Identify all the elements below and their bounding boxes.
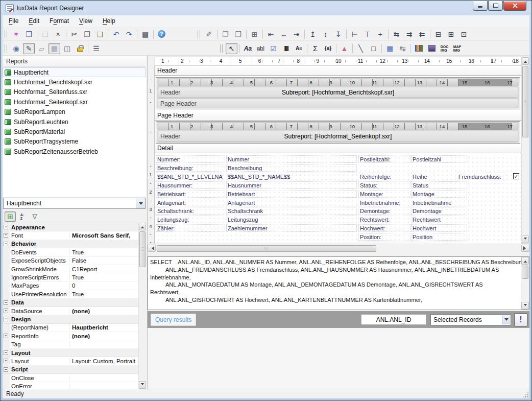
property-value[interactable]: Layout: Custom, Portrait bbox=[70, 358, 138, 364]
decrease-spacing-button[interactable]: ⇇ bbox=[416, 29, 428, 40]
space-evenly-button[interactable]: ⇆ bbox=[391, 29, 402, 40]
property-value[interactable]: 0 bbox=[70, 282, 138, 289]
property-row-useprinterresolution[interactable]: UsePrinterResolutionTrue bbox=[3, 290, 146, 298]
detail-field-label[interactable]: Fremdanschluss: bbox=[457, 173, 506, 180]
lock-controls-button[interactable] bbox=[74, 43, 86, 54]
scroll-up-button[interactable] bbox=[522, 57, 529, 65]
scrollbar-thumb[interactable] bbox=[139, 231, 146, 267]
show-grid-button[interactable]: ▦ bbox=[49, 43, 60, 54]
subreport-header-band[interactable]: Header Subreport: [Hochformat_Seitenkopf… bbox=[158, 131, 518, 141]
property-value[interactable]: False bbox=[70, 257, 138, 264]
menu-file[interactable]: File bbox=[4, 16, 23, 27]
subreport-tool-button[interactable]: ▦ bbox=[384, 43, 396, 54]
property-grid-scrollbar[interactable] bbox=[138, 223, 146, 389]
report-item-subreportmaterial[interactable]: SubReportMaterial bbox=[3, 127, 146, 136]
detail-field-value[interactable]: Demontage bbox=[411, 207, 467, 215]
design-mode-button[interactable]: ✎ bbox=[23, 43, 35, 54]
align-right-button[interactable]: ⇥ bbox=[291, 29, 302, 40]
center-vertical-button[interactable]: ⊤ bbox=[361, 29, 373, 40]
property-row-growshrinkmode[interactable]: GrowShrinkModeC1Report bbox=[3, 265, 146, 273]
detail-field-value[interactable]: Postleitzahl bbox=[411, 155, 467, 163]
sql-splitter[interactable] bbox=[148, 252, 529, 256]
scrollbar-thumb[interactable] bbox=[522, 266, 528, 279]
categorized-view-button[interactable]: ⊞ bbox=[5, 211, 16, 222]
snap-to-grid-button[interactable]: ◫ bbox=[61, 43, 73, 54]
subreport-pageheader-band[interactable]: Page Header bbox=[158, 142, 518, 144]
menu-help[interactable]: Help bbox=[98, 16, 120, 27]
map-image-tool-button[interactable]: MAP IMG bbox=[451, 43, 463, 54]
property-row-onerror[interactable]: OnError bbox=[3, 382, 146, 389]
detail-field-label[interactable]: Betriebsart: bbox=[156, 190, 225, 198]
chart-tool-button[interactable] bbox=[413, 43, 425, 54]
filter-button[interactable]: ∇ bbox=[29, 211, 40, 222]
scroll-right-button[interactable] bbox=[521, 245, 529, 252]
detail-field-value[interactable]: Reihe bbox=[411, 173, 433, 180]
property-value[interactable]: (none) bbox=[70, 308, 138, 314]
expand-icon[interactable]: − bbox=[4, 300, 8, 305]
script-field-tool-button[interactable]: {a} bbox=[322, 43, 334, 54]
property-row-reportname[interactable]: (ReportName)Hauptbericht bbox=[3, 324, 146, 332]
query-results-button[interactable]: Query results bbox=[151, 314, 196, 326]
property-value[interactable]: True bbox=[70, 249, 138, 255]
minimize-button[interactable] bbox=[473, 1, 488, 11]
detail-field-label[interactable]: Position: bbox=[358, 233, 410, 241]
detail-field-value[interactable]: $$ANL_STD_*_NAME$$ bbox=[226, 173, 357, 180]
expand-icon[interactable]: + bbox=[4, 233, 8, 238]
scrollbar-thumb[interactable] bbox=[522, 66, 528, 137]
report-selector-dropdown-button[interactable] bbox=[136, 198, 145, 208]
delete-button[interactable]: × bbox=[52, 29, 64, 40]
doc-image-tool-button[interactable]: DOC IMG bbox=[439, 43, 450, 54]
title-bar[interactable]: luxData Report Designer bbox=[1, 1, 531, 15]
detail-field-value[interactable]: Leitungszug bbox=[226, 216, 357, 223]
center-in-section-button[interactable]: + bbox=[374, 29, 386, 40]
property-value[interactable]: True bbox=[70, 291, 138, 297]
subreport-seitenkopf[interactable]: 1234567891011121314151617 Header Subrepo… bbox=[156, 121, 520, 144]
property-row-font[interactable]: +FontMicrosoft Sans Serif, bbox=[3, 231, 146, 240]
checkbox-tool-button[interactable]: ☑ bbox=[268, 43, 279, 54]
print-preview-button[interactable]: ◉ bbox=[10, 43, 22, 54]
align-center-button[interactable]: ↔ bbox=[278, 29, 289, 40]
property-row-doevents[interactable]: DoEventsTrue bbox=[3, 248, 146, 256]
records-dropdown-button[interactable] bbox=[502, 315, 510, 324]
same-size-button[interactable]: ⊡ bbox=[458, 29, 470, 40]
property-row-reportinfo[interactable]: +ReportInfo(none) bbox=[3, 332, 146, 340]
report-item-subreportlampen[interactable]: SubReportLampen bbox=[3, 107, 146, 117]
property-category-design[interactable]: −Design bbox=[3, 315, 146, 323]
rectangle-tool-button[interactable]: □ bbox=[368, 43, 379, 54]
expand-icon[interactable]: − bbox=[4, 350, 8, 355]
subreport-pageheader-band[interactable]: Page Header bbox=[158, 98, 518, 108]
label-tool-button[interactable]: Aa bbox=[242, 43, 254, 54]
redo-button[interactable]: ↷ bbox=[123, 29, 135, 40]
toolbar-grip[interactable] bbox=[5, 44, 7, 53]
detail-field-label[interactable]: Reihenfolge: bbox=[358, 173, 410, 180]
detail-field-value[interactable]: Rechtswert bbox=[411, 216, 467, 223]
undo-button[interactable]: ↶ bbox=[110, 29, 122, 40]
scroll-down-button[interactable] bbox=[139, 381, 146, 389]
menu-view[interactable]: View bbox=[74, 16, 98, 27]
expand-icon[interactable]: − bbox=[4, 317, 8, 321]
expand-icon[interactable]: − bbox=[4, 225, 8, 229]
same-height-button[interactable]: ⊞ bbox=[445, 29, 457, 40]
scrollbar-thumb[interactable] bbox=[157, 245, 376, 252]
toolbar-grip[interactable] bbox=[220, 44, 223, 53]
property-value[interactable]: (none) bbox=[70, 333, 138, 339]
band-detail[interactable]: Detail bbox=[155, 144, 521, 153]
band-header[interactable]: Header bbox=[155, 66, 521, 76]
fremdanschluss-checkbox[interactable]: ✓ bbox=[513, 173, 519, 179]
detail-field-value[interactable]: Hausnummer bbox=[226, 181, 357, 189]
property-value[interactable]: Microsoft Sans Serif, bbox=[70, 232, 138, 239]
scroll-left-button[interactable] bbox=[148, 245, 156, 252]
scroll-up-button[interactable] bbox=[139, 223, 146, 230]
render-report-button[interactable]: ▱ bbox=[36, 43, 47, 54]
paste-button[interactable]: ❑ bbox=[94, 29, 106, 40]
same-width-button[interactable]: ⊟ bbox=[432, 29, 444, 40]
property-category-behavior[interactable]: −Behavior bbox=[3, 240, 146, 248]
detail-field-value[interactable]: Beschreibung bbox=[226, 164, 357, 172]
sql-scrollbar[interactable] bbox=[521, 257, 529, 310]
detail-field-label[interactable]: Beschreibung: bbox=[156, 164, 225, 172]
detail-field-value[interactable]: Inbetriebnahme bbox=[411, 199, 467, 206]
menu-format[interactable]: Format bbox=[44, 16, 74, 27]
detail-field-value[interactable]: Zaehlernummer bbox=[226, 224, 357, 232]
detail-field-label[interactable]: Schaltschrank: bbox=[156, 207, 225, 215]
property-category-layout[interactable]: −Layout bbox=[3, 349, 146, 357]
